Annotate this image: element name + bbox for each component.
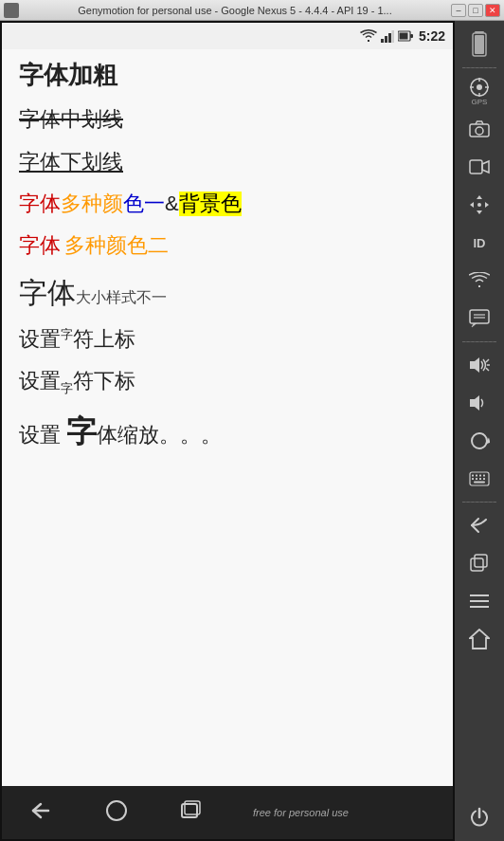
sidebar-move-button[interactable]	[459, 187, 500, 223]
battery-icon	[398, 29, 413, 43]
close-button[interactable]: ✕	[485, 4, 500, 17]
sidebar-home-button[interactable]	[459, 621, 500, 657]
svg-rect-24	[470, 310, 489, 323]
mc1-part3: 色一	[123, 192, 165, 216]
svg-rect-37	[483, 475, 485, 477]
svg-rect-3	[391, 30, 394, 43]
watermark-text: free for personal use	[253, 807, 349, 818]
svg-marker-48	[470, 630, 489, 649]
sidebar-id-button[interactable]: ID	[459, 225, 500, 261]
sidebar-power-button[interactable]	[459, 799, 500, 835]
status-bar: 5:22	[2, 23, 453, 49]
minimize-button[interactable]: –	[451, 4, 466, 17]
svg-rect-36	[479, 475, 481, 477]
strikethrough-item: 字体中划线	[19, 107, 436, 132]
sidebar-back-button[interactable]	[459, 507, 500, 543]
svg-rect-13	[475, 35, 484, 54]
home-icon	[105, 799, 128, 822]
recent-button[interactable]	[171, 793, 209, 833]
svg-line-30	[486, 368, 489, 371]
svg-marker-31	[470, 395, 479, 411]
sidebar-battery-icon	[459, 27, 500, 63]
mc1-part2: 多种颜	[61, 192, 123, 216]
superscript-item: 设置字符上标	[19, 327, 436, 353]
mc1-part5: 背景色	[179, 192, 242, 216]
sidebar-vol-down-button[interactable]	[459, 385, 500, 421]
svg-rect-38	[472, 478, 474, 480]
scale-before: 设置	[19, 423, 66, 447]
sidebar-keyboard-button[interactable]	[459, 461, 500, 497]
mc1-part4: &	[165, 192, 179, 216]
status-icons	[360, 29, 413, 43]
home-button[interactable]	[98, 792, 135, 834]
sidebar-divider-3	[462, 502, 496, 503]
sidebar-network-button[interactable]	[459, 263, 500, 299]
multicolor1-item: 字体 多种颜 色一 & 背景色	[19, 192, 436, 216]
subscript-char: 字	[61, 382, 73, 396]
sidebar-sms-button[interactable]	[459, 301, 500, 337]
svg-point-21	[476, 127, 483, 135]
scale-item: 设置 字体缩放。。。	[19, 413, 436, 449]
title-text: Genymotion for personal use - Google Nex…	[19, 5, 451, 16]
underline-text: 字体下划线	[19, 150, 123, 174]
status-time: 5:22	[419, 28, 445, 44]
svg-line-28	[486, 359, 489, 362]
mc1-part1: 字体	[19, 192, 61, 216]
svg-rect-35	[476, 475, 477, 477]
multicolor2-item: 字体 多种颜色二	[19, 233, 436, 258]
sub-before: 设置	[19, 369, 61, 393]
underline-item: 字体下划线	[19, 150, 436, 174]
sidebar-divider-1	[462, 67, 496, 68]
svg-rect-6	[399, 33, 407, 40]
sup-before: 设置	[19, 327, 61, 351]
svg-rect-5	[410, 34, 413, 38]
wifi-icon	[360, 29, 377, 43]
sidebar-rotate-button[interactable]	[459, 423, 500, 459]
sidebar-vol-up-button[interactable]	[459, 347, 500, 383]
window-controls: – □ ✕	[451, 4, 500, 17]
sidebar-divider-2	[462, 341, 496, 342]
svg-marker-27	[470, 357, 479, 373]
maximize-button[interactable]: □	[468, 4, 483, 17]
big-text: 字体	[19, 276, 76, 310]
svg-rect-43	[471, 558, 483, 571]
strikethrough-text: 字体中划线	[19, 107, 123, 131]
sidebar: GPS ID	[455, 21, 504, 841]
title-bar: Genymotion for personal use - Google Nex…	[0, 0, 504, 21]
bold-item: 字体加粗	[19, 61, 436, 90]
sidebar-overview-button[interactable]	[459, 545, 500, 581]
svg-rect-42	[474, 482, 485, 484]
sidebar-menu-button[interactable]	[459, 583, 500, 619]
scale-after: 体缩放。。。	[97, 423, 222, 447]
back-button[interactable]	[20, 793, 62, 833]
svg-rect-22	[470, 160, 482, 174]
svg-rect-41	[483, 478, 485, 480]
svg-rect-44	[475, 555, 487, 567]
emulator-frame: 5:22 字体加粗 字体中划线 字体下划线 字体 多种颜 色一 & 背景色 字体…	[0, 21, 455, 841]
sidebar-gps-button[interactable]: GPS	[459, 73, 500, 109]
svg-rect-40	[479, 478, 481, 480]
sub-after: 符下标	[73, 369, 135, 393]
svg-point-15	[477, 84, 482, 90]
small-text: 大小样式不一	[76, 288, 167, 306]
sidebar-gps-label: GPS	[472, 98, 488, 106]
mc2-part1: 字体	[19, 233, 61, 257]
sidebar-video-button[interactable]	[459, 149, 500, 185]
back-icon	[27, 800, 54, 821]
subscript-item: 设置字符下标	[19, 369, 436, 396]
app-icon	[4, 3, 19, 18]
screen-content: 字体加粗 字体中划线 字体下划线 字体 多种颜 色一 & 背景色 字体 多种颜色…	[2, 49, 453, 786]
signal-icon	[381, 29, 394, 43]
watermark: free for personal use	[245, 786, 435, 839]
recent-icon	[179, 800, 202, 821]
superscript-char: 字	[61, 327, 73, 341]
sup-after: 符上标	[73, 327, 135, 351]
svg-rect-1	[385, 36, 387, 43]
bold-text: 字体加粗	[19, 61, 117, 89]
sidebar-camera-button[interactable]	[459, 111, 500, 147]
nav-bar: free for personal use	[2, 786, 453, 839]
svg-rect-0	[381, 39, 384, 43]
svg-point-23	[477, 203, 481, 207]
mc2-part2: 多种颜色二	[64, 233, 169, 257]
mixedsize-item: 字体 大小样式不一	[19, 276, 436, 310]
